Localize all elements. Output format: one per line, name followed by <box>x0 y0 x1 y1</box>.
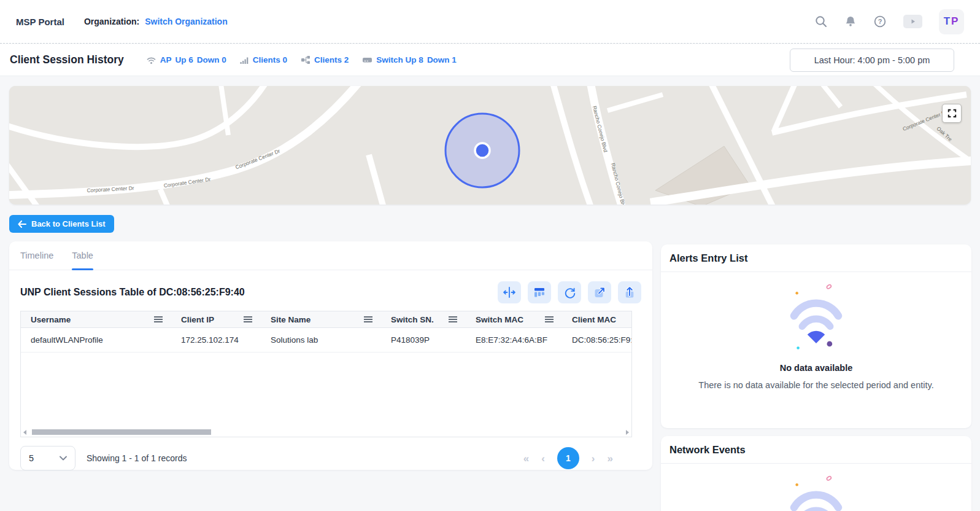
no-data-wifi-illustration <box>781 281 851 358</box>
next-page-button[interactable]: › <box>592 453 595 464</box>
organization-label: Organization: <box>84 17 139 26</box>
fullscreen-button[interactable] <box>942 104 962 123</box>
site-map[interactable]: Corporate Center Dr Corporate Center Dr … <box>9 86 971 205</box>
scroll-left-icon[interactable] <box>23 430 26 435</box>
page-header: Client Session History AP Up 6 Down 0 Cl… <box>0 44 980 76</box>
alerts-entry-list-card: Alerts Entry List No data available Ther… <box>661 244 971 428</box>
no-data-message: There is no data available for the selec… <box>698 380 933 390</box>
no-data-title: No data available <box>780 363 852 373</box>
last-page-button[interactable]: » <box>608 453 613 464</box>
columns-button[interactable] <box>528 281 551 303</box>
column-menu-icon[interactable] <box>449 316 457 322</box>
network-status-bar: AP Up 6 Down 0 Clients 0 Clients 2 Switc… <box>146 55 457 64</box>
search-icon[interactable] <box>814 15 828 28</box>
events-no-data <box>661 464 971 511</box>
back-to-clients-button[interactable]: Back to Clients List <box>9 215 114 233</box>
wifi-icon <box>146 56 156 64</box>
chevron-down-icon <box>60 456 67 461</box>
pagination-bar: 5 Showing 1 - 1 of 1 records « ‹ 1 › » <box>20 446 641 470</box>
wireless-clients-status[interactable]: Clients 0 <box>240 55 287 64</box>
tab-timeline[interactable]: Timeline <box>20 241 53 270</box>
column-header-username: Username <box>21 311 171 327</box>
network-events-card: Network Events <box>661 436 971 511</box>
topology-icon <box>301 55 311 64</box>
signal-bars-icon <box>240 56 249 64</box>
previous-page-button[interactable]: ‹ <box>541 453 545 464</box>
column-header-switch-mac: Switch MAC <box>466 311 562 327</box>
column-menu-icon[interactable] <box>244 316 252 322</box>
table-header-row: Username Client IP Site Name Switch SN. … <box>21 311 631 328</box>
no-data-wifi-illustration <box>781 472 851 511</box>
fit-columns-icon <box>503 286 516 299</box>
sessions-table: Username Client IP Site Name Switch SN. … <box>20 311 632 437</box>
wired-clients-status[interactable]: Clients 2 <box>301 55 349 64</box>
columns-icon <box>533 286 546 299</box>
records-summary: Showing 1 - 1 of 1 records <box>87 453 187 463</box>
view-tabs: Timeline Table <box>9 241 652 270</box>
switch-status[interactable]: Switch Up 8 Down 1 <box>362 55 457 64</box>
location-radius-marker[interactable] <box>446 114 519 187</box>
open-external-button[interactable] <box>588 281 611 303</box>
tab-table[interactable]: Table <box>72 241 93 270</box>
video-tutorials-icon[interactable] <box>903 15 922 28</box>
top-header: MSP Portal Organization: Switch Organiza… <box>0 0 980 44</box>
page-size-select[interactable]: 5 <box>20 446 75 470</box>
pager: « ‹ 1 › » <box>523 447 613 469</box>
column-menu-icon[interactable] <box>364 316 372 322</box>
events-card-title: Network Events <box>669 444 746 456</box>
open-external-icon <box>593 286 606 299</box>
refresh-button[interactable] <box>558 281 581 303</box>
map-canvas[interactable] <box>9 86 971 205</box>
export-button[interactable] <box>618 281 641 303</box>
column-menu-icon[interactable] <box>154 316 163 322</box>
header-actions: ? TP <box>814 9 964 34</box>
sessions-table-title: UNP Client Sessions Table of DC:08:56:25… <box>20 287 245 298</box>
fullscreen-icon <box>947 108 957 119</box>
column-header-client-mac: Client MAC <box>562 311 632 327</box>
time-range-picker[interactable]: Last Hour: 4:00 pm - 5:00 pm <box>790 49 954 72</box>
brand: MSP Portal <box>16 17 64 27</box>
horizontal-scrollbar[interactable] <box>21 428 631 437</box>
switch-icon <box>362 56 372 64</box>
column-header-switch-sn: Switch SN. <box>381 311 466 327</box>
fit-columns-button[interactable] <box>498 281 521 303</box>
switch-organization-link[interactable]: Switch Organization <box>145 17 228 26</box>
avatar[interactable]: TP <box>939 9 964 34</box>
back-arrow-icon <box>18 220 26 228</box>
table-toolbar <box>498 281 641 303</box>
column-header-site-name: Site Name <box>261 311 381 327</box>
alerts-card-title: Alerts Entry List <box>669 252 747 264</box>
scrollbar-thumb[interactable] <box>32 429 211 435</box>
export-icon <box>623 286 636 299</box>
notifications-bell-icon[interactable] <box>844 15 857 28</box>
refresh-icon <box>563 286 576 299</box>
scroll-right-icon[interactable] <box>626 430 629 435</box>
alerts-no-data: No data available There is no data avail… <box>661 272 971 390</box>
svg-text:?: ? <box>878 18 882 25</box>
table-row: defaultWLANProfile 172.25.102.174 Soluti… <box>21 328 631 353</box>
help-icon[interactable]: ? <box>873 15 887 28</box>
ap-status[interactable]: AP Up 6 Down 0 <box>146 55 226 64</box>
client-sessions-card: Timeline Table UNP Client Sessions Table… <box>9 241 652 470</box>
column-menu-icon[interactable] <box>545 316 554 322</box>
first-page-button[interactable]: « <box>523 453 529 464</box>
current-page-button[interactable]: 1 <box>557 447 579 469</box>
page-title: Client Session History <box>10 53 124 66</box>
column-header-client-ip: Client IP <box>171 311 261 327</box>
app-window: MSP Portal Organization: Switch Organiza… <box>0 0 980 511</box>
